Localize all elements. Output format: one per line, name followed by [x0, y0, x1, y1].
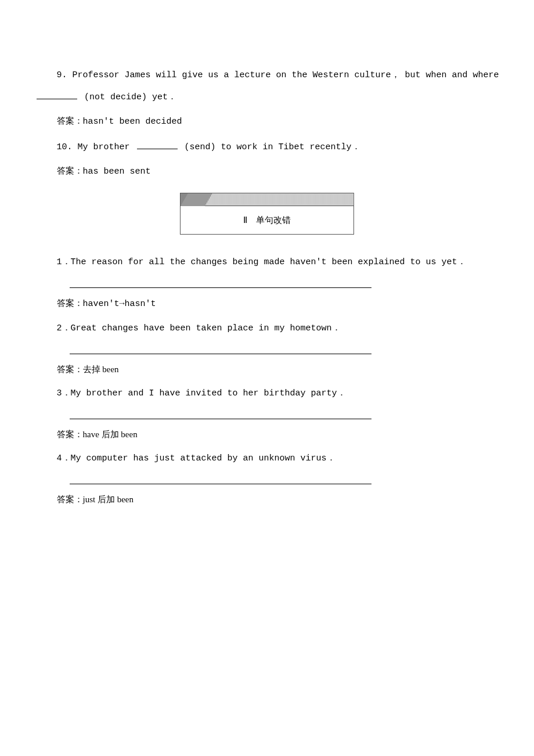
- error-q4: 4．My computer has just attacked by an un…: [35, 448, 499, 469]
- q9-text-b: (not decide) yet．: [79, 92, 176, 102]
- answer-value: has been sent: [83, 167, 151, 177]
- answer-value: just 后加 been: [83, 495, 134, 504]
- answer-value: hasn't been decided: [83, 117, 182, 127]
- answer-value: haven't→hasn't: [83, 299, 156, 309]
- answer-label: 答案：: [57, 365, 83, 374]
- answer-label: 答案：: [57, 495, 83, 504]
- answer-value: 去掉 been: [83, 365, 119, 374]
- q9-text-a: 9. Professor James will give us a lectur…: [57, 70, 499, 80]
- answer-label: 答案：: [57, 166, 83, 175]
- blank-input: [37, 91, 77, 99]
- error-a2: 答案：去掉 been: [35, 359, 499, 380]
- answer-blank-line: [70, 278, 371, 288]
- answer-label: 答案：: [57, 430, 83, 439]
- answer-blank-line: [70, 409, 371, 419]
- answer-9: 答案：hasn't been decided: [35, 110, 499, 132]
- blank-input: [137, 141, 178, 149]
- answer-value: have 后加 been: [83, 430, 138, 439]
- question-9: 9. Professor James will give us a lectur…: [35, 64, 499, 108]
- section-decoration: [181, 193, 353, 206]
- section-header-box: Ⅱ 单句改错: [180, 193, 354, 235]
- answer-label: 答案：: [57, 116, 83, 125]
- q10-text-b: (send) to work in Tibet recently．: [179, 142, 360, 152]
- error-a1: 答案：haven't→hasn't: [35, 293, 499, 315]
- answer-blank-line: [70, 474, 371, 484]
- error-a4: 答案：just 后加 been: [35, 489, 499, 510]
- error-q2: 2．Great changes have been taken place in…: [35, 318, 499, 339]
- q10-text-a: 10. My brother: [57, 142, 135, 152]
- answer-10: 答案：has been sent: [35, 160, 499, 182]
- section-title: Ⅱ 单句改错: [181, 206, 353, 234]
- error-q3: 3．My brother and I have invited to her b…: [35, 383, 499, 404]
- question-10: 10. My brother (send) to work in Tibet r…: [35, 136, 499, 158]
- error-q1: 1．The reason for all the changes being m…: [35, 252, 499, 273]
- answer-label: 答案：: [57, 298, 83, 308]
- answer-blank-line: [70, 344, 371, 354]
- error-a3: 答案：have 后加 been: [35, 424, 499, 445]
